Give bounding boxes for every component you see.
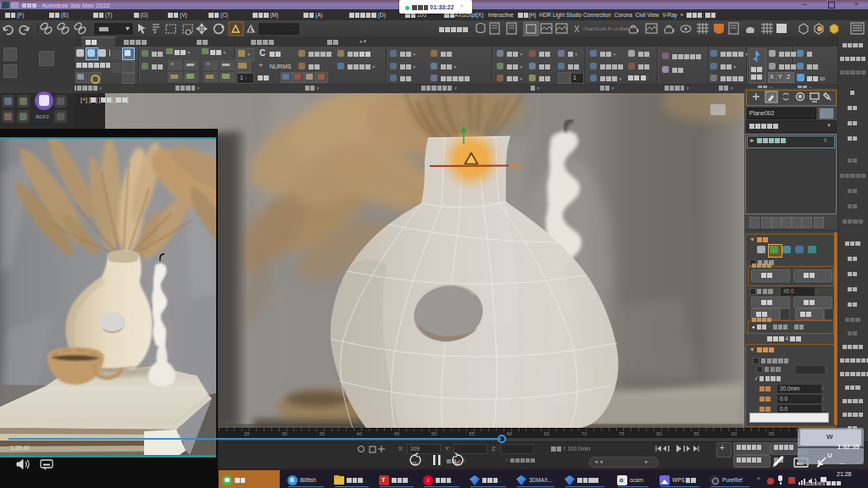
svg-text:rGanTools R Ui Mab: rGanTools R Ui Mab (583, 26, 630, 31)
svg-text:10: 10 (412, 461, 417, 466)
svg-text:30: 30 (454, 461, 459, 466)
